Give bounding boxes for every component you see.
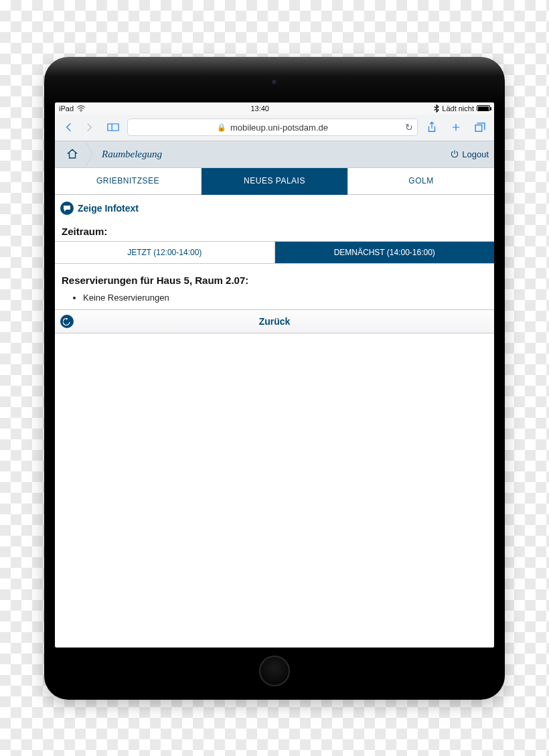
zeitraum-options: JETZT (12:00-14:00) DEMNÄCHST (14:00-16:… bbox=[55, 241, 494, 264]
zeitraum-heading: Zeitraum: bbox=[62, 226, 489, 237]
battery-status-label: Lädt nicht bbox=[442, 104, 474, 112]
back-arrow-icon bbox=[60, 315, 74, 328]
back-button[interactable] bbox=[59, 117, 79, 137]
campus-tabs: GRIEBNITZSEE NEUES PALAIS GOLM bbox=[55, 168, 494, 195]
tablet-frame: iPad 13:40 Lädt nicht bbox=[44, 57, 505, 700]
address-bar[interactable]: 🔒 mobileup.uni-potsdam.de ↻ bbox=[127, 119, 418, 136]
infotext-label: Zeige Infotext bbox=[78, 203, 139, 214]
content-area: Zeige Infotext Zeitraum: bbox=[55, 195, 494, 241]
svg-point-0 bbox=[80, 110, 81, 111]
logout-button[interactable]: Logout bbox=[450, 149, 489, 159]
screen: iPad 13:40 Lädt nicht bbox=[55, 102, 494, 648]
reservations-list: Keine Reservierungen bbox=[60, 290, 489, 309]
back-row-button[interactable]: Zurück bbox=[55, 309, 494, 333]
tab-label: NEUES PALAIS bbox=[244, 176, 305, 185]
tab-golm[interactable]: GOLM bbox=[347, 168, 494, 195]
clock-label: 13:40 bbox=[250, 104, 269, 112]
back-label: Zurück bbox=[259, 316, 291, 327]
empty-area bbox=[55, 333, 494, 648]
forward-button[interactable] bbox=[79, 117, 99, 137]
reservations-heading: Reservierungen für Haus 5, Raum 2.07: bbox=[62, 275, 489, 286]
power-icon bbox=[450, 149, 459, 159]
app-header: Raumbelegung Logout bbox=[55, 141, 494, 168]
ios-status-bar: iPad 13:40 Lädt nicht bbox=[55, 102, 494, 115]
bookmarks-button[interactable] bbox=[103, 117, 123, 137]
option-label: DEMNÄCHST (14:00-16:00) bbox=[334, 248, 435, 257]
tab-griebnitzsee[interactable]: GRIEBNITZSEE bbox=[55, 168, 201, 195]
breadcrumb[interactable]: Raumbelegung bbox=[95, 149, 169, 160]
reload-button[interactable]: ↻ bbox=[405, 122, 413, 133]
share-button[interactable] bbox=[422, 117, 442, 137]
new-tab-button[interactable] bbox=[446, 117, 466, 137]
option-label: JETZT (12:00-14:00) bbox=[127, 248, 202, 257]
zeitraum-option-demnaechst[interactable]: DEMNÄCHST (14:00-16:00) bbox=[274, 242, 495, 263]
device-label: iPad bbox=[59, 104, 74, 112]
info-icon bbox=[60, 202, 74, 215]
tabs-button[interactable] bbox=[470, 117, 490, 137]
tab-label: GRIEBNITZSEE bbox=[96, 176, 159, 185]
breadcrumb-separator bbox=[86, 141, 92, 167]
tab-neues-palais[interactable]: NEUES PALAIS bbox=[201, 168, 347, 195]
logout-label: Logout bbox=[462, 149, 489, 159]
list-item: Keine Reservierungen bbox=[83, 293, 489, 303]
bluetooth-icon bbox=[434, 104, 439, 112]
home-button[interactable] bbox=[60, 145, 84, 163]
safari-toolbar: 🔒 mobileup.uni-potsdam.de ↻ bbox=[55, 115, 494, 141]
lock-icon: 🔒 bbox=[217, 123, 226, 132]
show-infotext-button[interactable]: Zeige Infotext bbox=[60, 200, 489, 220]
battery-icon bbox=[477, 105, 490, 111]
tab-label: GOLM bbox=[408, 176, 433, 185]
address-text: mobileup.uni-potsdam.de bbox=[230, 123, 328, 133]
zeitraum-option-jetzt[interactable]: JETZT (12:00-14:00) bbox=[55, 242, 274, 263]
wifi-icon bbox=[76, 105, 86, 112]
reservations-section: Reservierungen für Haus 5, Raum 2.07: Ke… bbox=[55, 264, 494, 309]
